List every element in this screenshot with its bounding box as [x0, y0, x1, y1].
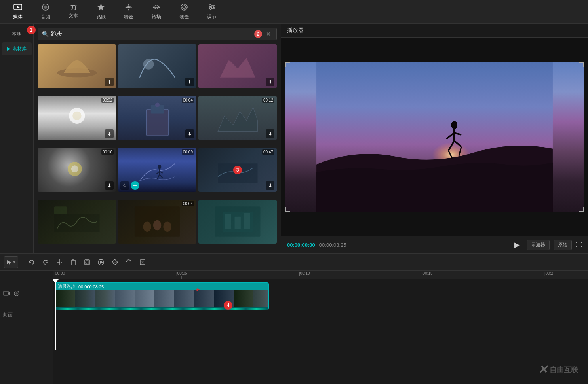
svg-line-30: [157, 174, 160, 179]
crop-tool[interactable]: [81, 256, 93, 268]
time-total: 00:00:08:25: [319, 242, 346, 248]
clip-frames: [55, 290, 268, 307]
duration-9: 00:47: [262, 149, 274, 155]
svg-marker-1: [17, 6, 20, 8]
play-preview-tool[interactable]: [95, 256, 107, 268]
search-bar: 🔍 2 ✕: [38, 28, 277, 40]
bottom-area: ▼: [0, 253, 588, 384]
timeline-labels: 封面: [0, 271, 53, 384]
media-icon: [13, 3, 23, 12]
search-input[interactable]: [51, 31, 252, 37]
download-icon-1[interactable]: ⬇: [105, 78, 114, 86]
transition-label: 转场: [152, 13, 161, 20]
media-thumb-10[interactable]: [38, 200, 116, 244]
timeline-ruler: 00:00 |00:05 |00:10 |00:15 |00:2: [53, 271, 588, 279]
timeline-content[interactable]: 00:00 |00:05 |00:10 |00:15 |00:2: [53, 271, 588, 384]
frame-10: [253, 290, 268, 307]
media-label: 媒体: [13, 13, 23, 20]
sidebar: 1 本地 ▶ 素材库: [0, 24, 34, 253]
download-icon-9[interactable]: ⬇: [266, 181, 274, 190]
svg-rect-66: [4, 291, 8, 295]
media-thumb-3[interactable]: ⬇: [198, 44, 277, 88]
download-icon-3[interactable]: ⬇: [266, 78, 274, 86]
download-icon-5[interactable]: ⬇: [185, 129, 194, 138]
audio-track-icon: [13, 290, 20, 298]
duration-7: 00:10: [101, 149, 114, 155]
split-tool[interactable]: [53, 256, 65, 268]
redo-tool[interactable]: [40, 256, 51, 268]
toolbar-sticker[interactable]: 贴纸: [87, 1, 115, 23]
svg-point-18: [143, 59, 154, 70]
duration-8: 00:09: [182, 149, 194, 155]
transform-tool[interactable]: [137, 256, 148, 268]
media-thumb-12[interactable]: [198, 200, 277, 244]
sidebar-item-local[interactable]: 本地: [2, 28, 32, 41]
video-track-icon: [3, 291, 10, 298]
svg-rect-39: [225, 214, 231, 229]
svg-point-6: [183, 6, 186, 9]
toolbar-filter[interactable]: 滤镜: [170, 1, 198, 23]
svg-line-29: [160, 171, 163, 173]
star-icon-8[interactable]: ☆: [120, 181, 129, 190]
clip-name: 清晨跑步: [58, 284, 75, 289]
media-thumb-4[interactable]: 00:02 ⬇: [38, 96, 116, 140]
timeline-cursor[interactable]: [55, 279, 56, 350]
media-thumb-6[interactable]: 00:12 ⬇: [198, 96, 277, 140]
svg-point-26: [158, 165, 161, 169]
filter-label: 滤镜: [179, 14, 189, 21]
media-thumb-5[interactable]: 00:04 ⬇: [118, 96, 196, 140]
download-icon-4[interactable]: ⬇: [105, 129, 114, 138]
download-icon-7[interactable]: ⬇: [105, 181, 114, 190]
svg-point-34: [143, 222, 151, 232]
label-top-spacer: [0, 271, 53, 279]
media-thumb-1[interactable]: ⬇: [38, 44, 116, 88]
frame-0: [55, 290, 75, 307]
media-thumb-8[interactable]: 00:09 ☆ +: [118, 148, 196, 192]
original-button[interactable]: 原始: [554, 240, 572, 250]
search-badge: 2: [254, 30, 262, 38]
ruler-mark-15: |00:15: [422, 271, 433, 279]
search-clear-button[interactable]: ✕: [265, 30, 272, 38]
select-tool[interactable]: ▼: [4, 256, 18, 268]
sidebar-item-library[interactable]: ▶ 素材库: [2, 42, 32, 55]
video-clip[interactable]: 清晨跑步 00:000:08:25: [55, 282, 269, 310]
watermark-symbol: ✕: [538, 363, 547, 376]
duration-5: 00:04: [182, 98, 194, 103]
frame-7: [194, 290, 214, 307]
svg-rect-55: [71, 261, 75, 265]
toolbar-text[interactable]: TI 文本: [59, 1, 87, 23]
undo-tool[interactable]: [26, 256, 38, 268]
media-thumb-2[interactable]: ⬇: [118, 44, 196, 88]
svg-point-25: [71, 166, 78, 173]
clip-audio: [55, 307, 268, 310]
ruler-mark-5: |00:05: [176, 271, 187, 279]
text-label: 文本: [69, 13, 78, 19]
toolbar-transition[interactable]: 转场: [143, 1, 170, 23]
fullscreen-button[interactable]: ⛶: [576, 241, 582, 248]
player-title: 播放器: [287, 27, 304, 34]
waveform-button[interactable]: 示波器: [527, 240, 550, 250]
video-preview: [285, 62, 584, 212]
media-thumb-9[interactable]: 00:47 ⬇ 3 ➤: [198, 148, 277, 192]
play-button[interactable]: ▶: [512, 239, 523, 250]
svg-line-28: [156, 171, 160, 174]
media-thumb-11[interactable]: 00:04: [118, 200, 196, 244]
keyframe-tool[interactable]: [109, 256, 121, 268]
download-icon-2[interactable]: ⬇: [185, 78, 194, 86]
audio-label: 音频: [41, 13, 50, 20]
label-row-cover: 封面: [0, 309, 53, 320]
delete-tool[interactable]: [67, 256, 79, 268]
adjust-icon: [207, 3, 217, 12]
svg-marker-3: [97, 4, 105, 11]
sticker-icon: [97, 3, 105, 13]
media-thumb-7[interactable]: 00:10 ⬇: [38, 148, 116, 192]
toolbar-media[interactable]: 媒体: [4, 1, 32, 23]
time-current: 00:00:00:00: [287, 242, 315, 248]
speed-tool[interactable]: [123, 256, 135, 268]
svg-point-44: [451, 121, 457, 129]
toolbar-adjust[interactable]: 调节: [198, 1, 226, 23]
toolbar-effect[interactable]: 特效: [115, 1, 143, 23]
download-icon-6[interactable]: ⬇: [266, 129, 274, 138]
toolbar-audio[interactable]: 音频: [32, 1, 59, 23]
separator-1: [22, 258, 22, 266]
